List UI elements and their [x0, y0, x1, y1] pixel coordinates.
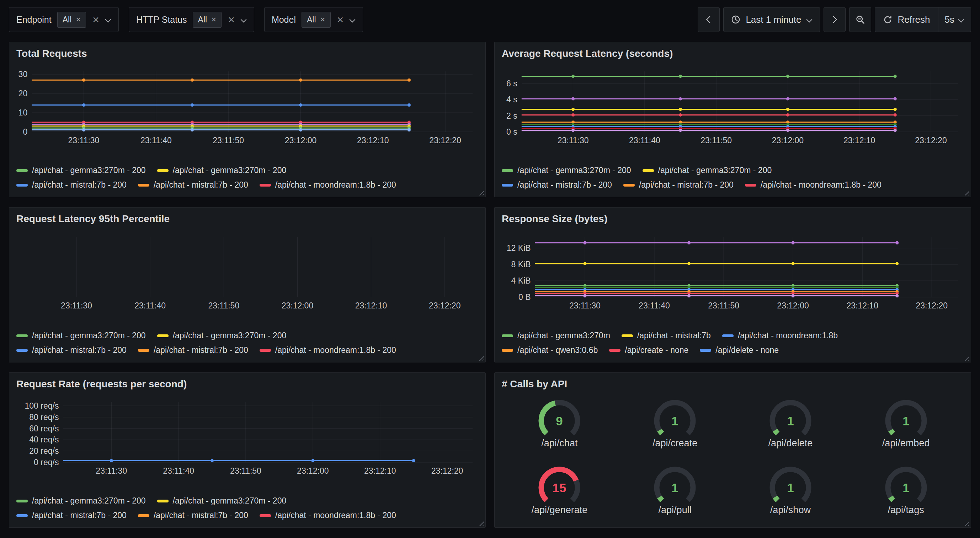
chart-canvas[interactable]: 0 req/s20 req/s40 req/s60 req/s80 req/s1…	[16, 398, 478, 477]
legend-item[interactable]: /api/chat - gemma3:270m - 200	[157, 331, 286, 340]
series-line[interactable]	[535, 288, 899, 291]
panel-title[interactable]: Total Requests	[16, 48, 478, 59]
clear-filter-icon[interactable]: ×	[337, 14, 344, 25]
legend-item[interactable]: /api/chat - moondream:1.8b - 200	[259, 511, 396, 520]
legend-item[interactable]: /api/chat - gemma3:270m - 200	[643, 166, 772, 175]
y-axis-label: 4 KiB	[511, 276, 531, 285]
legend-item[interactable]: /api/chat - mistral:7b - 200	[16, 345, 127, 355]
legend-series-swatch	[157, 169, 169, 172]
legend-item[interactable]: /api/chat - gemma3:270m - 200	[16, 496, 146, 506]
chart-canvas[interactable]: 23:11:3023:11:4023:11:5023:12:0023:12:10…	[16, 233, 478, 312]
legend-item[interactable]: /api/chat - gemma3:270m - 200	[16, 331, 146, 340]
series-line[interactable]	[535, 241, 899, 244]
series-line[interactable]	[522, 123, 897, 126]
series-line[interactable]	[522, 75, 897, 78]
panel-title[interactable]: Request Rate (requests per second)	[16, 378, 478, 390]
legend-item[interactable]: /api/chat - gemma3:270m - 200	[502, 166, 631, 175]
remove-value-icon[interactable]: ×	[320, 15, 325, 24]
series-line[interactable]	[32, 124, 411, 128]
filter-label[interactable]: HTTP Status	[136, 14, 187, 25]
refresh-interval-dropdown[interactable]: 5s	[938, 8, 971, 32]
legend-item[interactable]: /api/chat - moondream:1.8b	[722, 331, 838, 340]
legend-item[interactable]: /api/chat - qwen3:0.6b	[502, 345, 598, 355]
legend-item[interactable]: /api/chat - mistral:7b - 200	[16, 180, 127, 190]
legend-item[interactable]: /api/create - none	[609, 345, 689, 355]
time-range-picker[interactable]: Last 1 minute	[723, 7, 820, 32]
chart-area[interactable]: 0 req/s20 req/s40 req/s60 req/s80 req/s1…	[16, 398, 478, 477]
chart-area[interactable]: 0 B4 KiB8 KiB12 KiB23:11:3023:11:4023:11…	[502, 233, 964, 312]
filter-value-chip[interactable]: All×	[193, 12, 222, 28]
series-line[interactable]	[522, 125, 897, 128]
chart-area[interactable]: 23:11:3023:11:4023:11:5023:12:0023:12:10…	[16, 233, 478, 312]
x-axis-label: 23:11:40	[134, 301, 166, 310]
series-line[interactable]	[32, 121, 411, 124]
data-point	[786, 108, 789, 111]
zoom-out-button[interactable]	[849, 7, 871, 32]
panel-title[interactable]: Response Size (bytes)	[502, 213, 964, 225]
y-axis-label: 40 req/s	[29, 435, 59, 444]
legend-item[interactable]: /api/chat - gemma3:270m - 200	[16, 166, 146, 175]
chevron-down-icon[interactable]	[349, 17, 356, 22]
legend-series-label: /api/chat - moondream:1.8b	[738, 331, 838, 340]
legend-item[interactable]: /api/chat - gemma3:270m - 200	[157, 166, 286, 175]
legend-item[interactable]: /api/chat - mistral:7b - 200	[138, 345, 248, 355]
series-line[interactable]	[535, 262, 899, 265]
series-line[interactable]	[63, 459, 415, 462]
legend-item[interactable]: /api/chat - mistral:7b - 200	[624, 180, 733, 190]
legend-item[interactable]: /api/chat - moondream:1.8b - 200	[745, 180, 881, 190]
remove-value-icon[interactable]: ×	[76, 15, 81, 24]
chart-canvas[interactable]: 0 B4 KiB8 KiB12 KiB23:11:3023:11:4023:11…	[502, 233, 964, 312]
chart-area[interactable]: 010203023:11:3023:11:4023:11:5023:12:002…	[16, 68, 478, 147]
clear-filter-icon[interactable]: ×	[92, 14, 99, 25]
filter-value-chip[interactable]: All×	[57, 12, 86, 28]
filter-label[interactable]: Model	[272, 14, 296, 25]
legend-series-swatch	[700, 349, 711, 352]
refresh-button[interactable]: Refresh	[875, 8, 938, 32]
series-line[interactable]	[522, 108, 897, 111]
panel-resize-handle[interactable]	[477, 354, 484, 361]
legend-item[interactable]: /api/chat - mistral:7b - 200	[138, 180, 248, 190]
legend-item[interactable]: /api/chat - mistral:7b - 200	[502, 180, 612, 190]
series-line[interactable]	[32, 122, 411, 126]
series-line[interactable]	[32, 127, 411, 130]
legend-item[interactable]: /api/chat - mistral:7b - 200	[138, 511, 248, 520]
filter-value-chip[interactable]: All×	[302, 12, 331, 28]
panel-resize-handle[interactable]	[963, 189, 969, 195]
panel-resize-handle[interactable]	[963, 519, 969, 526]
legend-item[interactable]: /api/chat - mistral:7b - 200	[16, 511, 127, 520]
series-line[interactable]	[32, 103, 411, 106]
series-line[interactable]	[522, 97, 897, 100]
legend-item[interactable]: /api/delete - none	[700, 345, 779, 355]
data-point	[82, 79, 85, 82]
chart-legend: /api/chat - gemma3:270m - 200/api/chat -…	[502, 166, 964, 193]
chart-area[interactable]: 0 s2 s4 s6 s23:11:3023:11:4023:11:5023:1…	[502, 68, 964, 147]
chevron-down-icon[interactable]	[240, 17, 247, 22]
clear-filter-icon[interactable]: ×	[228, 14, 235, 25]
legend-item[interactable]: /api/chat - moondream:1.8b - 200	[259, 345, 396, 355]
filter-value: All	[63, 15, 72, 24]
time-shift-forward-button[interactable]	[824, 7, 846, 32]
panel-resize-handle[interactable]	[963, 354, 969, 361]
panel-resize-handle[interactable]	[477, 189, 484, 195]
panel-title[interactable]: Request Latency 95th Percentile	[16, 213, 478, 225]
chart-canvas[interactable]: 010203023:11:3023:11:4023:11:5023:12:002…	[16, 68, 478, 147]
chevron-down-icon[interactable]	[105, 17, 111, 22]
series-line[interactable]	[522, 113, 897, 117]
legend-item[interactable]: /api/chat - moondream:1.8b - 200	[259, 180, 396, 190]
panel-title[interactable]: # Calls by API	[502, 378, 964, 390]
series-line[interactable]	[32, 79, 411, 82]
remove-value-icon[interactable]: ×	[211, 15, 216, 24]
time-shift-back-button[interactable]	[698, 7, 720, 32]
chart-canvas[interactable]: 0 s2 s4 s6 s23:11:3023:11:4023:11:5023:1…	[502, 68, 964, 147]
legend-item[interactable]: /api/chat - gemma3:270m	[502, 331, 610, 340]
series-line[interactable]	[535, 284, 899, 287]
series-line[interactable]	[32, 128, 411, 132]
filter-label[interactable]: Endpoint	[16, 14, 52, 25]
x-axis-label: 23:12:10	[364, 466, 396, 476]
panel-resize-handle[interactable]	[477, 519, 484, 526]
legend-item[interactable]: /api/chat - gemma3:270m - 200	[157, 496, 286, 506]
series-line[interactable]	[522, 121, 897, 124]
panel-title[interactable]: Average Request Latency (seconds)	[502, 48, 964, 59]
series-line[interactable]	[535, 286, 899, 289]
legend-item[interactable]: /api/chat - mistral:7b	[622, 331, 711, 340]
